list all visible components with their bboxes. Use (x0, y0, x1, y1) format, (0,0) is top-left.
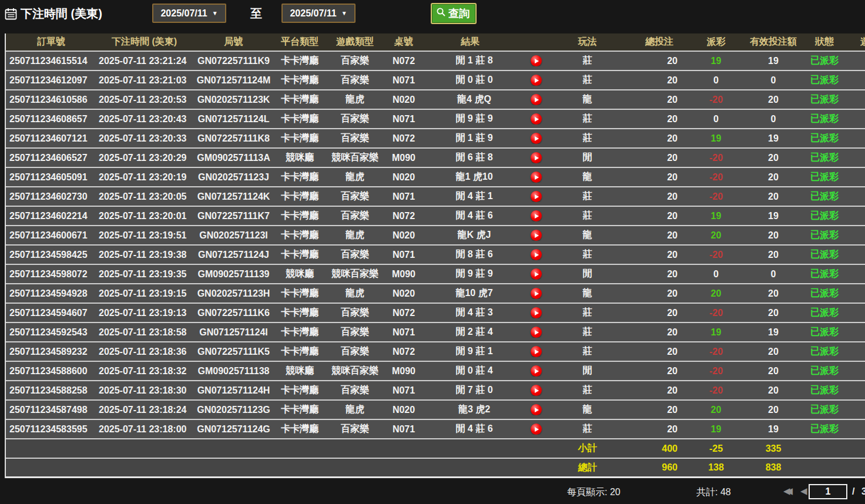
play-video-icon[interactable] (531, 55, 542, 66)
cell-game: 龍虎 (324, 229, 385, 241)
cell-result: 閒 4 莊 1 (422, 190, 518, 203)
cell-round: GM0902571113A (192, 153, 275, 163)
cell-result: 閒 1 莊 8 (422, 55, 518, 67)
cell-table_no: N071 (385, 75, 422, 86)
cell-game: 百家樂 (324, 190, 385, 203)
cell-valid-bet: 20 (746, 95, 800, 105)
cell-payout: 19 (686, 133, 746, 144)
cell-play-type: 莊 (554, 307, 621, 319)
cell-total-bet: 20 (621, 211, 686, 221)
cell-result: 閒 8 莊 6 (422, 248, 518, 261)
cell-valid-bet: 19 (746, 327, 800, 338)
play-video-icon[interactable] (531, 385, 542, 396)
column-header: 結果 (422, 36, 518, 48)
cell-result: 閒 7 莊 0 (422, 384, 518, 397)
per-page-info: 每頁顯示: 20 (567, 486, 621, 499)
cell-status: 已派彩 (800, 152, 849, 164)
cell-table_no: N020 (385, 230, 422, 241)
cell-result: 閒 4 莊 6 (422, 423, 518, 435)
search-button[interactable]: 查詢 (431, 3, 477, 24)
play-video-icon[interactable] (531, 113, 542, 125)
play-video-icon[interactable] (531, 249, 542, 260)
cell-result: 龍10 虎7 (422, 287, 518, 300)
cell-play-type: 莊 (554, 248, 621, 261)
cell-payout: 20 (686, 405, 746, 415)
cell-result: 閒 9 莊 1 (422, 345, 518, 358)
cell-status: 已派彩 (800, 74, 849, 86)
date-to-value: 2025/07/11 (290, 8, 336, 19)
cell-platform: 卡卡灣廳 (275, 113, 324, 125)
cell-round: GN0712571124L (192, 114, 275, 125)
cell-play-type: 龍 (554, 404, 621, 416)
cell-payout: 20 (686, 288, 746, 299)
page-number-input[interactable] (809, 484, 847, 499)
cell-round: GN0712571124H (192, 385, 275, 396)
play-video-icon[interactable] (531, 327, 542, 338)
column-header: 桌號 (385, 36, 422, 48)
cell-time: 2025-07-11 23:19:15 (96, 288, 192, 299)
play-video-icon[interactable] (531, 94, 542, 105)
table-row: 2507112346071212025-07-11 23:20:33GN0722… (6, 129, 865, 149)
play-video-icon[interactable] (531, 346, 542, 357)
column-header: 派彩 (686, 36, 746, 48)
cell-status: 已派彩 (800, 384, 849, 397)
first-page-icon[interactable]: ◀◀ (783, 486, 789, 496)
table-row: 2507112346065272025-07-11 23:20:29GM0902… (6, 149, 865, 168)
cell-valid-bet: 19 (746, 424, 800, 435)
date-to-select[interactable]: 2025/07/11 ▼ (281, 4, 356, 23)
cell-video (518, 75, 554, 86)
cell-result: 閒 9 莊 9 (422, 113, 518, 125)
subtotal-row: 小計 400 -25 335 (6, 439, 865, 459)
play-video-icon[interactable] (531, 191, 542, 202)
cell-order: 250711234605091 (6, 172, 96, 183)
cell-game: 百家樂 (324, 307, 385, 319)
previous-page-icon[interactable]: ◀ (800, 486, 807, 496)
cell-total-bet: 20 (621, 250, 686, 260)
cell-result: 閒 2 莊 4 (422, 326, 518, 338)
cell-platform: 卡卡灣廳 (275, 384, 324, 397)
column-header: 有效投注額 (746, 36, 800, 48)
cell-payout: -20 (686, 153, 746, 163)
play-video-icon[interactable] (531, 152, 542, 163)
cell-game: 百家樂 (324, 384, 385, 397)
play-video-icon[interactable] (531, 75, 542, 86)
cell-order: 250711234594607 (6, 308, 96, 318)
cell-status: 已派彩 (800, 210, 849, 222)
play-video-icon[interactable] (531, 288, 542, 299)
play-video-icon[interactable] (531, 307, 542, 318)
date-from-select[interactable]: 2025/07/11 ▼ (152, 4, 226, 23)
play-video-icon[interactable] (531, 210, 542, 221)
cell-video (518, 133, 554, 144)
cell-payout: 0 (686, 75, 746, 86)
cell-time: 2025-07-11 23:18:36 (96, 347, 192, 357)
cell-result: 閒 0 莊 4 (422, 365, 518, 377)
play-video-icon[interactable] (531, 172, 542, 183)
cell-platform: 卡卡灣廳 (275, 326, 324, 338)
cell-total-bet: 20 (621, 327, 686, 338)
play-video-icon[interactable] (531, 230, 542, 241)
cell-status: 已派彩 (800, 132, 849, 145)
cell-game: 百家樂 (324, 55, 385, 67)
cell-status: 已派彩 (800, 55, 849, 67)
total-valid-bet: 838 (746, 462, 800, 473)
play-video-icon[interactable] (531, 133, 542, 144)
column-header: 遊 (849, 36, 865, 48)
play-video-icon[interactable] (531, 365, 542, 377)
cell-platform: 競咪廳 (275, 268, 324, 280)
cell-round: GN0202571123K (192, 95, 275, 105)
cell-payout: -20 (686, 172, 746, 183)
play-video-icon[interactable] (531, 268, 542, 280)
cell-status: 已派彩 (800, 268, 849, 280)
cell-payout: 19 (686, 56, 746, 66)
cell-time: 2025-07-11 23:19:38 (96, 250, 192, 260)
cell-time: 2025-07-11 23:18:58 (96, 327, 192, 338)
cell-table_no: N071 (385, 424, 422, 435)
cell-round: GN072257111K7 (192, 211, 275, 221)
play-video-icon[interactable] (531, 404, 542, 415)
cell-status: 已派彩 (800, 229, 849, 241)
cell-status: 已派彩 (800, 345, 849, 358)
play-video-icon[interactable] (531, 424, 542, 435)
cell-valid-bet: 19 (746, 56, 800, 66)
cell-result: 龍1 虎10 (422, 171, 518, 183)
cell-status: 已派彩 (800, 190, 849, 203)
